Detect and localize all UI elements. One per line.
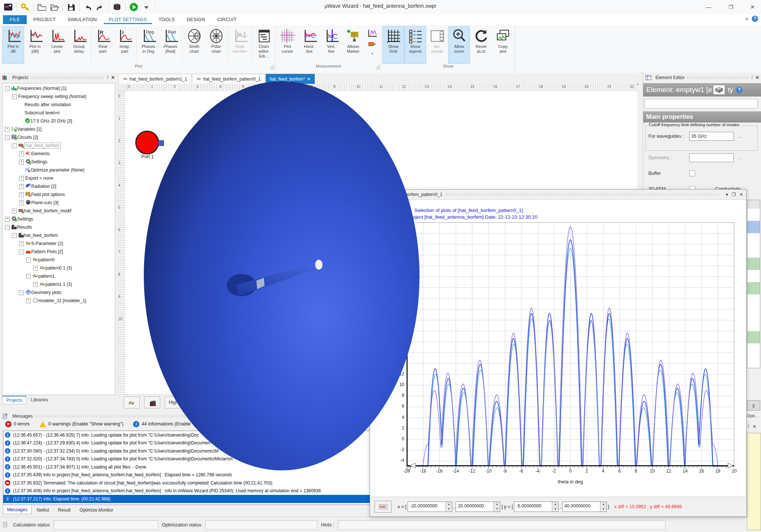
run-caret-icon[interactable] [141, 2, 152, 12]
undo-icon[interactable] [82, 2, 93, 12]
spin-down-icon[interactable]: ▼ [446, 507, 452, 512]
vert-line-button[interactable]: Vert.line [320, 26, 342, 64]
model-3d-icon[interactable] [112, 2, 122, 12]
collapse-icon[interactable]: − [12, 143, 17, 148]
symmetry-input[interactable] [689, 153, 734, 162]
apply-button-clipped[interactable]: y [747, 400, 760, 411]
tree-item-hat-feed-borfem[interactable]: −hat_feed_borfem [3, 141, 115, 150]
open-file-icon[interactable] [49, 2, 59, 12]
collapse-icon[interactable]: − [12, 94, 17, 99]
spin-down-icon[interactable]: ▼ [552, 507, 558, 512]
expand-icon[interactable]: + [19, 200, 24, 205]
real-part-button[interactable]: RRealpart [92, 26, 114, 64]
pin-icon[interactable]: ⊺ [107, 75, 109, 80]
app-logo-icon[interactable] [3, 2, 13, 12]
collapse-icon[interactable]: − [5, 86, 10, 91]
marker-sm-button[interactable] [367, 28, 378, 38]
tree-item-variables-1-[interactable]: +xVariables [1] [3, 125, 115, 133]
tree-item-field-plot-options[interactable]: +Field plot options [3, 190, 115, 199]
tree-item-pattern-plots-2-[interactable]: −Pattern Plots [2] [3, 248, 115, 256]
collapse-icon[interactable]: − [19, 249, 24, 254]
port-marker[interactable] [135, 131, 159, 154]
close-panel-icon[interactable]: ✕ [111, 75, 115, 80]
menu-tab-file[interactable]: FILE [3, 15, 27, 24]
show-legend-button[interactable]: Showlegend [404, 26, 426, 64]
collapse-icon[interactable]: − [12, 233, 17, 238]
tree-item-optimize-parameter-none-[interactable]: Optimize parameter (None) [3, 166, 115, 174]
tree-item-plane-cuts-3-[interactable]: +Plane-cuts [3] [3, 199, 115, 207]
close-tab-icon[interactable]: ✕ [307, 76, 311, 82]
flag-sm-button[interactable] [367, 40, 378, 50]
linear-plot-button[interactable]: Linearplot [46, 26, 68, 64]
menu-tab-design[interactable]: DESIGN [182, 16, 211, 24]
spin-up-icon[interactable]: ▲ [494, 502, 500, 507]
smith-chart-button[interactable]: Smithchart [183, 26, 205, 64]
spin-up-icon[interactable]: ▲ [446, 502, 452, 507]
symmetry-more-button[interactable]: ... [738, 155, 741, 160]
element-name-field[interactable] [645, 99, 758, 108]
sparam-view-button[interactable] [124, 396, 140, 408]
panel-tab-projects[interactable]: Projects [2, 396, 26, 404]
expand-icon[interactable]: + [19, 176, 24, 181]
goal-function-button[interactable]: Goalfunction [229, 26, 251, 64]
spin-down-icon[interactable]: ▼ [494, 507, 500, 512]
tree-item-pattern0[interactable]: −pattern0 [3, 256, 115, 264]
spin-down-icon[interactable]: ▼ [600, 507, 606, 512]
menu-tab-project[interactable]: PROJECT [28, 16, 61, 24]
menu-tab-plot-settings[interactable]: PLOT SETTINGS [104, 16, 152, 24]
spin-up-icon[interactable]: ▲ [600, 502, 606, 507]
expand-icon[interactable]: + [19, 241, 24, 246]
close-panel-icon[interactable]: ✕ [752, 424, 756, 429]
tree-item-elements[interactable]: +Elements [3, 150, 115, 158]
collapse-icon[interactable]: − [5, 225, 10, 230]
model-view-button[interactable] [144, 396, 160, 408]
plot-window-titlebar[interactable]: hat_feed_borfem_pattern0_1 ▾ ❐ ✕ [370, 190, 746, 200]
doc-tab-0[interactable]: hat_feed_borfem_pattern1_1 [119, 74, 191, 84]
key-icon[interactable] [20, 2, 30, 12]
collapse-icon[interactable]: ▾ [726, 192, 728, 197]
tree-item-pattern0-1-3-[interactable]: +pattern0 1 (3) [3, 264, 115, 272]
messages-tab-result[interactable]: Result [54, 506, 74, 514]
tree-item-modeler-11-modeler-1-[interactable]: +modeler_11 [modeler_1] [3, 297, 115, 305]
waveguides-input[interactable]: 35 GHz [689, 132, 734, 141]
tree-item-circuits-2-[interactable]: −Circuits [2] [3, 133, 115, 141]
polar-chart-button[interactable]: Polarchart [205, 26, 227, 64]
x-max-spinner[interactable]: 20.00000000▲▼ [456, 502, 500, 512]
minimize-button[interactable]: — [702, 2, 715, 12]
close-panel-icon[interactable]: ✕ [755, 75, 759, 80]
buffer-checkbox[interactable] [689, 170, 695, 176]
expand-icon[interactable]: + [33, 282, 38, 287]
menu-tab-tools[interactable]: TOOLS [153, 16, 180, 24]
expand-icon[interactable]: + [19, 192, 24, 197]
plot-cursor-button[interactable]: Plotcursor [276, 26, 298, 64]
chevron-down-icon[interactable]: ▾ [372, 52, 373, 55]
collapse-icon[interactable]: − [19, 290, 24, 295]
tree-item-17-5-ghz-20-ghz-3-[interactable]: 17.5 GHz-20 GHz [3] [3, 117, 115, 125]
menu-tab-circuit[interactable]: CIRCUIT [212, 16, 242, 24]
maximize-icon[interactable]: ❐ [732, 192, 736, 197]
footer-tool-button[interactable] [375, 501, 392, 513]
panel-tab-libraries[interactable]: Libraries [27, 396, 52, 404]
y-min-spinner[interactable]: -5.00000000▲▼ [514, 502, 558, 512]
pin-icon[interactable]: ⊺ [747, 424, 749, 429]
tree-item-export-none[interactable]: +Export = none [3, 174, 115, 182]
help-icon[interactable]: ? [752, 16, 758, 22]
plot-in-db--button[interactable]: Plot in[dB] [24, 26, 46, 64]
spin-up-icon[interactable]: ▲ [552, 502, 558, 507]
tree-item-geometry-plots[interactable]: −Geometry plots [3, 288, 115, 297]
expand-icon[interactable]: + [19, 184, 24, 189]
expand-icon[interactable]: + [12, 209, 17, 213]
reset-plot-button[interactable]: ResetpLot [470, 26, 492, 64]
expand-icon[interactable]: + [19, 160, 24, 164]
tree-item-subcircuit-level-n[interactable]: Subcircuit level=n [3, 109, 115, 117]
tree-item-pattern1-1-3-[interactable]: +pattern1 1 (3) [3, 280, 115, 288]
tree-item-hat-feed-borfem-modif[interactable]: +hat_feed_borfem_modif [3, 207, 115, 215]
tree-item-hat-feed-borfem[interactable]: −hat_feed_borfem [3, 231, 115, 239]
redo-icon[interactable] [95, 2, 106, 12]
group-delay-button[interactable]: Groupdelay [68, 26, 90, 64]
copy-plot-button[interactable]: Copyplot [492, 26, 514, 64]
tree-item-s-parameter-2-[interactable]: +S-Parameter (2) [3, 239, 115, 248]
doc-tab-2[interactable]: hat_feed_borfem*✕ [266, 74, 315, 84]
element-help-icon[interactable]: ? [736, 87, 742, 93]
allows-marker-button[interactable]: AllowsMarker [342, 26, 364, 64]
